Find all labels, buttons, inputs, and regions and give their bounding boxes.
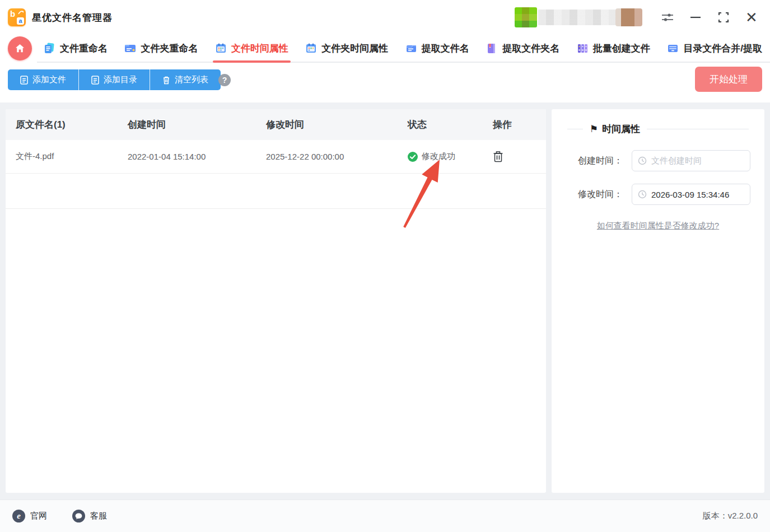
- time-attributes-panel: ⚑ 时间属性 创建时间： 文件创建时间 修改时间： 2026-03-09 15:…: [552, 109, 764, 493]
- footer-bar: e 官网 客服 版本：v2.2.0.0: [0, 500, 770, 532]
- folder-rename-icon: [124, 43, 136, 54]
- start-process-button[interactable]: 开始处理: [695, 67, 762, 92]
- clock-icon: [638, 156, 647, 165]
- tab-label: 文件夹时间属性: [321, 42, 388, 55]
- tab-label: 提取文件名: [422, 42, 469, 55]
- title-bar: b a 星优文件名管理器 ✕: [0, 0, 770, 35]
- tab-file-rename[interactable]: 文件重命名: [44, 35, 108, 62]
- extract-foldername-icon: [486, 43, 498, 54]
- tab-label: 文件重命名: [60, 42, 108, 55]
- cell-created-time: 2022-01-04 15:14:00: [118, 152, 256, 161]
- add-directory-label: 添加目录: [104, 74, 137, 85]
- home-button[interactable]: [8, 36, 32, 60]
- col-header-filename: 原文件名(1): [6, 118, 118, 131]
- tab-label: 提取文件夹名: [502, 42, 559, 55]
- website-label: 官网: [30, 511, 47, 521]
- official-website-link[interactable]: e 官网: [12, 510, 47, 522]
- col-header-modified: 修改时间: [256, 118, 398, 131]
- cell-filename: 文件-4.pdf: [6, 151, 118, 162]
- table-header-row: 原文件名(1) 创建时间 修改时间 状态 操作: [6, 109, 546, 140]
- flag-icon: ⚑: [590, 123, 598, 135]
- version-text: 版本：v2.2.0.0: [703, 511, 758, 521]
- modified-time-row: 修改时间： 2026-03-09 15:34:46: [576, 184, 764, 205]
- browser-icon: e: [12, 510, 25, 522]
- modified-time-label: 修改时间：: [576, 189, 623, 200]
- tab-label: 文件夹重命名: [141, 42, 198, 55]
- panel-title: 时间属性: [602, 123, 640, 136]
- how-to-verify-link[interactable]: 如何查看时间属性是否修改成功?: [597, 221, 719, 230]
- toolbar: 添加文件 添加目录 清空列表 ? 开始处理: [0, 64, 770, 102]
- file-time-icon: [215, 43, 227, 54]
- delete-row-button[interactable]: [493, 151, 503, 162]
- support-label: 客服: [90, 511, 107, 521]
- add-file-label: 添加文件: [32, 74, 66, 85]
- trash-icon: [162, 76, 170, 85]
- clear-list-label: 清空列表: [175, 74, 208, 85]
- col-header-action: 操作: [483, 118, 546, 131]
- created-time-label: 创建时间：: [576, 155, 623, 167]
- success-check-icon: [408, 152, 418, 162]
- folder-time-icon: [305, 43, 317, 54]
- empty-table-row: [6, 174, 546, 209]
- table-row: 文件-4.pdf 2022-01-04 15:14:00 2025-12-22 …: [6, 140, 546, 174]
- app-logo-icon: b a: [8, 8, 26, 26]
- help-icon[interactable]: ?: [218, 74, 231, 86]
- cell-modified-time: 2025-12-22 00:00:00: [256, 152, 398, 161]
- file-table-panel: 原文件名(1) 创建时间 修改时间 状态 操作 文件-4.pdf 2022-01…: [6, 109, 546, 493]
- col-header-created: 创建时间: [118, 118, 256, 131]
- customer-service-link[interactable]: 客服: [72, 510, 107, 522]
- tab-extract-foldername[interactable]: 提取文件夹名: [486, 35, 559, 62]
- clear-list-button[interactable]: 清空列表: [150, 69, 221, 90]
- col-header-status: 状态: [398, 118, 483, 131]
- tab-batch-create[interactable]: 批量创建文件: [577, 35, 650, 62]
- home-icon: [15, 43, 25, 54]
- app-title: 星优文件名管理器: [32, 11, 113, 24]
- batch-create-icon: [577, 43, 589, 54]
- tab-extract-filename[interactable]: 提取文件名: [405, 35, 469, 62]
- merge-extract-icon: [667, 43, 679, 54]
- file-rename-icon: [44, 43, 55, 54]
- add-directory-button[interactable]: 添加目录: [79, 69, 150, 90]
- status-text: 修改成功: [422, 151, 455, 162]
- tab-label: 目录文件合并/提取: [683, 42, 762, 55]
- tab-merge-extract[interactable]: 目录文件合并/提取: [667, 35, 762, 62]
- extract-filename-icon: [405, 43, 417, 54]
- modified-time-input[interactable]: 2026-03-09 15:34:46: [632, 184, 750, 205]
- clock-icon: [638, 190, 647, 199]
- tab-bar: 文件重命名 文件夹重命名 文件时间属性 文件夹时间属性 提取文件名 提取文件夹名: [0, 35, 770, 63]
- tab-file-time-attrs[interactable]: 文件时间属性: [215, 35, 288, 62]
- settings-sliders-icon[interactable]: [658, 8, 677, 27]
- tab-folder-rename[interactable]: 文件夹重命名: [124, 35, 198, 62]
- add-file-button[interactable]: 添加文件: [8, 69, 79, 90]
- tab-folder-time-attrs[interactable]: 文件夹时间属性: [305, 35, 388, 62]
- app-window: b a 星优文件名管理器 ✕: [0, 0, 770, 532]
- chat-bubble-icon: [72, 510, 85, 522]
- panel-title-row: ⚑ 时间属性: [567, 123, 749, 136]
- trash-icon: [493, 151, 503, 162]
- tab-label: 文件时间属性: [231, 42, 288, 55]
- modified-time-value: 2026-03-09 15:34:46: [651, 190, 729, 199]
- directory-icon: [91, 76, 99, 85]
- avatar: [515, 7, 537, 27]
- created-time-row: 创建时间： 文件创建时间: [576, 150, 764, 171]
- minimize-button[interactable]: [686, 8, 705, 27]
- cell-status: 修改成功: [398, 151, 483, 162]
- created-time-input[interactable]: 文件创建时间: [632, 150, 750, 171]
- tab-label: 批量创建文件: [593, 42, 650, 55]
- file-icon: [20, 76, 28, 85]
- maximize-button[interactable]: [714, 8, 733, 27]
- created-time-placeholder: 文件创建时间: [651, 156, 702, 166]
- cell-action: [483, 151, 546, 162]
- blurred-account-info: [515, 7, 642, 27]
- close-button[interactable]: ✕: [742, 8, 761, 27]
